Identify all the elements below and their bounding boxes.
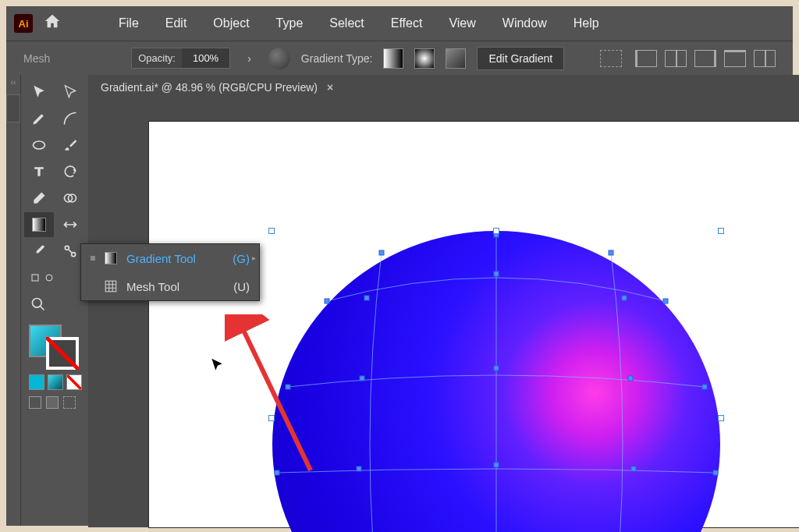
gradient-mode-icon[interactable] bbox=[48, 374, 63, 390]
selection-handle[interactable] bbox=[718, 415, 724, 421]
svg-line-32 bbox=[240, 324, 311, 470]
menu-help[interactable]: Help bbox=[563, 16, 610, 30]
flyout-shortcut: (G) bbox=[233, 252, 250, 265]
color-mode-icon[interactable] bbox=[29, 374, 44, 390]
close-tab-icon[interactable]: × bbox=[327, 81, 333, 94]
eraser-tool-icon[interactable] bbox=[24, 186, 54, 211]
tearoff-arrow-icon[interactable]: ▸ bbox=[252, 254, 256, 262]
menu-type[interactable]: Type bbox=[265, 16, 314, 30]
svg-point-3 bbox=[65, 246, 69, 250]
opacity-control[interactable]: Opacity: 100% bbox=[131, 48, 230, 69]
paintbrush-tool-icon[interactable] bbox=[55, 133, 85, 158]
selection-handle[interactable] bbox=[268, 228, 275, 234]
align-middle-icon[interactable] bbox=[754, 50, 776, 67]
draw-inside-icon[interactable] bbox=[63, 396, 76, 409]
home-icon[interactable] bbox=[44, 12, 61, 34]
freeform-gradient-swatch[interactable] bbox=[446, 48, 466, 69]
canvas-area[interactable] bbox=[88, 100, 799, 527]
menu-object[interactable]: Object bbox=[202, 16, 260, 30]
mesh-tool-flyout-icon bbox=[103, 278, 119, 294]
control-bar: Mesh Opacity: 100% › Gradient Type: Edit… bbox=[6, 41, 793, 75]
edit-gradient-button[interactable]: Edit Gradient bbox=[477, 47, 564, 70]
menu-edit[interactable]: Edit bbox=[154, 16, 198, 30]
flyout-item-label: Gradient Tool bbox=[126, 252, 196, 265]
selection-mode-label: Mesh bbox=[23, 52, 50, 65]
gradient-tool-flyout: Gradient Tool (G) Mesh Tool (U) ▸ bbox=[80, 243, 260, 301]
eyedropper-tool-icon[interactable] bbox=[24, 239, 54, 264]
main-menu-bar: Ai File Edit Object Type Select Effect V… bbox=[6, 6, 793, 41]
menu-view[interactable]: View bbox=[438, 16, 486, 30]
none-mode-icon[interactable] bbox=[66, 374, 82, 390]
opacity-dropdown-icon[interactable]: › bbox=[241, 52, 257, 65]
collapsed-panel-icon[interactable] bbox=[6, 94, 20, 122]
app-logo: Ai bbox=[14, 14, 33, 33]
menu-effect[interactable]: Effect bbox=[380, 16, 434, 30]
pen-tool-icon[interactable] bbox=[24, 106, 54, 131]
flyout-mesh-tool[interactable]: Mesh Tool (U) bbox=[81, 272, 259, 300]
cursor-icon bbox=[209, 357, 225, 377]
opacity-value[interactable]: 100% bbox=[182, 48, 229, 68]
svg-point-7 bbox=[33, 299, 42, 308]
active-indicator-icon bbox=[91, 256, 95, 261]
gradient-type-label: Gradient Type: bbox=[301, 52, 373, 65]
stroke-color-swatch[interactable] bbox=[46, 337, 79, 370]
draw-mode-icon[interactable] bbox=[29, 396, 41, 409]
svg-point-4 bbox=[72, 253, 76, 257]
document-tab-title: Gradient.ai* @ 48.96 % (RGB/CPU Preview) bbox=[101, 81, 318, 94]
flyout-shortcut: (U) bbox=[233, 280, 250, 293]
radial-gradient-swatch[interactable] bbox=[414, 48, 435, 69]
gradient-tool-icon[interactable] bbox=[24, 212, 54, 237]
shape-builder-tool-icon[interactable] bbox=[55, 186, 85, 211]
panel-dock: ‹‹ bbox=[6, 75, 21, 526]
type-tool-icon[interactable] bbox=[24, 159, 54, 184]
isolate-icon[interactable] bbox=[600, 50, 622, 67]
flyout-item-label: Mesh Tool bbox=[126, 280, 179, 293]
gradient-tool-flyout-icon bbox=[103, 250, 119, 266]
align-right-icon[interactable] bbox=[694, 50, 716, 67]
document-tab[interactable]: Gradient.ai* @ 48.96 % (RGB/CPU Preview)… bbox=[88, 75, 799, 100]
svg-rect-5 bbox=[32, 275, 38, 281]
tools-panel: Gradient Tool (G) Mesh Tool (U) ▸ bbox=[21, 75, 88, 526]
align-left-icon[interactable] bbox=[635, 50, 657, 67]
selection-tool-icon[interactable] bbox=[24, 80, 54, 105]
graphic-style-icon[interactable] bbox=[268, 48, 290, 69]
linear-gradient-swatch[interactable] bbox=[383, 48, 403, 69]
draw-behind-icon[interactable] bbox=[46, 396, 59, 409]
svg-rect-8 bbox=[105, 281, 116, 292]
selection-handle[interactable] bbox=[493, 228, 499, 234]
fill-stroke-swatches[interactable] bbox=[24, 325, 85, 368]
direct-selection-tool-icon[interactable] bbox=[55, 80, 85, 105]
align-top-icon[interactable] bbox=[724, 50, 746, 67]
rotate-tool-icon[interactable] bbox=[55, 159, 85, 184]
align-center-icon[interactable] bbox=[665, 50, 687, 67]
artboard-tool-icon[interactable] bbox=[24, 265, 54, 290]
width-tool-icon[interactable] bbox=[55, 212, 85, 237]
curvature-tool-icon[interactable] bbox=[55, 106, 85, 131]
annotation-arrow bbox=[225, 314, 334, 486]
svg-point-0 bbox=[34, 141, 45, 149]
menu-select[interactable]: Select bbox=[318, 16, 375, 30]
zoom-tool-icon[interactable] bbox=[24, 292, 54, 317]
flyout-gradient-tool[interactable]: Gradient Tool (G) bbox=[81, 244, 259, 272]
menu-file[interactable]: File bbox=[108, 16, 150, 30]
selection-handle[interactable] bbox=[718, 228, 724, 234]
opacity-label: Opacity: bbox=[132, 48, 182, 68]
ellipse-tool-icon[interactable] bbox=[24, 133, 54, 158]
svg-point-6 bbox=[46, 275, 52, 281]
menu-window[interactable]: Window bbox=[492, 16, 558, 30]
selection-bounding-box bbox=[272, 231, 721, 532]
